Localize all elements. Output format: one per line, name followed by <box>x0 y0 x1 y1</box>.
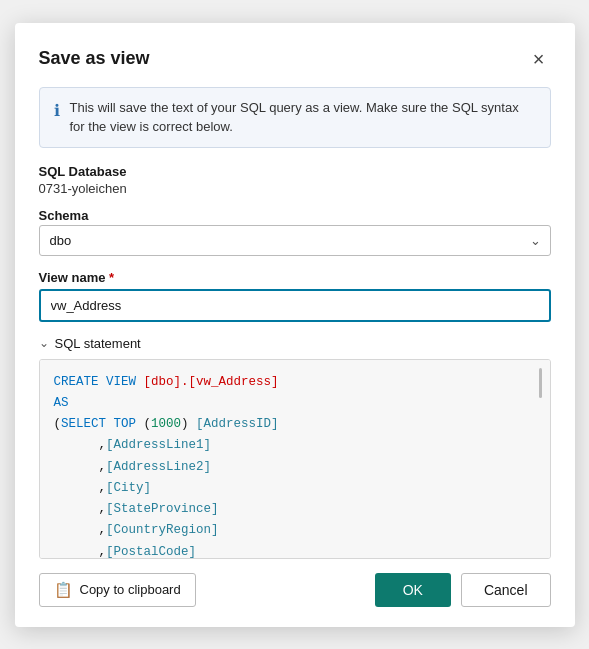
sql-line-8: ,[CountryRegion] <box>54 520 536 541</box>
info-text: This will save the text of your SQL quer… <box>70 98 536 137</box>
sql-line-3: (SELECT TOP (1000) [AddressID] <box>54 414 536 435</box>
close-button[interactable]: × <box>527 47 551 71</box>
schema-label: Schema <box>39 208 551 223</box>
cancel-button[interactable]: Cancel <box>461 573 551 607</box>
sql-line-6: ,[City] <box>54 478 536 499</box>
sql-line-4: ,[AddressLine1] <box>54 435 536 456</box>
sql-line-9: ,[PostalCode] <box>54 542 536 559</box>
info-icon: ℹ <box>54 99 60 123</box>
info-banner: ℹ This will save the text of your SQL qu… <box>39 87 551 148</box>
sql-line-5: ,[AddressLine2] <box>54 457 536 478</box>
view-name-input[interactable] <box>39 289 551 322</box>
required-star: * <box>109 270 114 285</box>
schema-select[interactable]: dbo sys guest <box>39 225 551 256</box>
save-as-view-dialog: Save as view × ℹ This will save the text… <box>15 23 575 627</box>
database-value: 0731-yoleichen <box>39 181 551 196</box>
view-name-label: View name * <box>39 270 551 285</box>
sql-line-7: ,[StateProvince] <box>54 499 536 520</box>
sql-toggle-chevron-icon: ⌄ <box>39 336 49 350</box>
copy-to-clipboard-button[interactable]: 📋 Copy to clipboard <box>39 573 196 607</box>
scrollbar-hint <box>539 368 542 398</box>
dialog-header: Save as view × <box>39 47 551 71</box>
sql-line-1: CREATE VIEW [dbo].[vw_Address] <box>54 372 536 393</box>
dialog-footer: 📋 Copy to clipboard OK Cancel <box>39 573 551 607</box>
ok-button[interactable]: OK <box>375 573 451 607</box>
schema-select-wrapper: dbo sys guest ⌄ <box>39 225 551 256</box>
sql-code-box[interactable]: CREATE VIEW [dbo].[vw_Address] AS (SELEC… <box>39 359 551 559</box>
sql-toggle-label: SQL statement <box>55 336 141 351</box>
database-label: SQL Database <box>39 164 551 179</box>
action-buttons: OK Cancel <box>375 573 551 607</box>
sql-statement-section: ⌄ SQL statement CREATE VIEW [dbo].[vw_Ad… <box>39 336 551 559</box>
copy-button-label: Copy to clipboard <box>80 582 181 597</box>
sql-toggle[interactable]: ⌄ SQL statement <box>39 336 551 351</box>
sql-line-2: AS <box>54 393 536 414</box>
copy-icon: 📋 <box>54 581 73 599</box>
dialog-title: Save as view <box>39 48 150 69</box>
